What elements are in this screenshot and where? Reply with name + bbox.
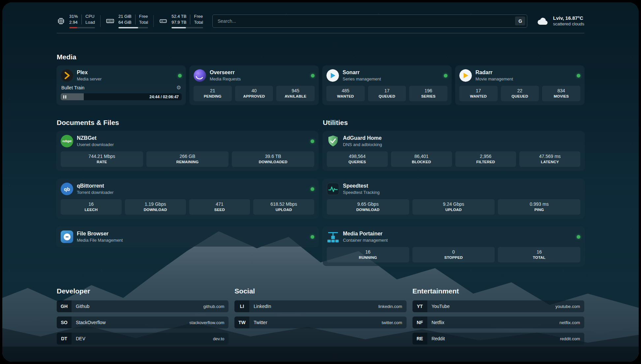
stat-approved: 40 APPROVED	[235, 86, 273, 101]
nzbget-card[interactable]: nzbget NZBGet Usenet downloader 744.21 M…	[57, 131, 318, 170]
weather-location: Lviv, 16.87°C	[553, 15, 584, 21]
pause-icon[interactable]	[63, 95, 66, 99]
documents-section-title: Documents & Files	[57, 119, 318, 127]
stat-label: WANTED	[460, 94, 497, 98]
stat-movies: 834 MOVIES	[542, 86, 580, 101]
search-bar: G	[212, 15, 527, 28]
portainer-card[interactable]: Media Portainer Container management 16 …	[323, 227, 584, 266]
ram-free-value: 21 GiB	[118, 14, 132, 19]
stat-total: 16 TOTAL	[498, 247, 580, 262]
portainer-icon	[327, 230, 339, 243]
cloud-icon	[536, 16, 549, 26]
cpu-label-2: Load	[85, 19, 95, 25]
bookmark-name: Twitter	[254, 320, 267, 325]
app-description: Container management	[343, 238, 388, 243]
bookmark-name: Github	[76, 304, 89, 309]
stat-value: 17	[369, 88, 406, 93]
disk-label-1: Free	[194, 14, 203, 19]
bookmark-dev[interactable]: DT DEV dev.to	[57, 333, 229, 345]
divider	[153, 15, 154, 27]
cpu-load-value: 2.94	[69, 19, 78, 25]
search-engine-button[interactable]: G	[515, 16, 525, 25]
bookmark-netflix[interactable]: NF Netflix netflix.com	[412, 317, 584, 328]
playback-time: 24:44 / 02:06:47	[149, 95, 179, 99]
bookmark-youtube[interactable]: YT YouTube youtube.com	[412, 300, 584, 312]
stat-value: 498,564	[327, 154, 387, 159]
social-section-title: Social	[234, 287, 406, 295]
section-developer: Developer GH Github github.com SO StackO…	[57, 287, 229, 345]
ram-label-2: Total	[139, 19, 148, 25]
weather-condition: scattered clouds	[553, 21, 584, 27]
app-name: Media Portainer	[343, 231, 388, 237]
bookmark-name: StackOverflow	[76, 320, 106, 325]
entertainment-section-title: Entertainment	[412, 287, 584, 295]
speedtest-card[interactable]: Speedtest Speedtest Tracking 9.65 Gbps D…	[323, 179, 584, 218]
stat-label: LATENCY	[520, 160, 580, 164]
divider	[100, 15, 101, 27]
weather-widget: Lviv, 16.87°C scattered clouds	[536, 15, 584, 27]
overseerr-card[interactable]: Overseerr Media Requests 21 PENDING 40 A…	[190, 66, 319, 105]
section-social: Social LI LinkedIn linkedin.com TW Twitt…	[234, 287, 406, 345]
stat-wanted: 485 WANTED	[326, 86, 365, 101]
utilities-section-title: Utilities	[323, 119, 584, 127]
stat-value: 1.19 Gbps	[126, 201, 185, 207]
bookmark-url: linkedin.com	[378, 304, 402, 309]
status-dot	[444, 74, 447, 77]
stat-label: APPROVED	[236, 94, 273, 98]
stat-label: MOVIES	[543, 94, 580, 98]
bookmark-twitter[interactable]: TW Twitter twitter.com	[234, 317, 406, 328]
stat-label: UPLOAD	[413, 208, 494, 212]
plex-icon	[61, 69, 73, 82]
bookmark-github[interactable]: GH Github github.com	[57, 300, 229, 312]
divider	[81, 15, 82, 24]
status-dot	[311, 187, 314, 191]
stat-label: BLOCKED	[392, 160, 451, 164]
stat-filtered: 2,956 FILTERED	[455, 151, 516, 167]
settings-gear-icon[interactable]: ⚙	[176, 85, 181, 90]
bookmark-url: twitter.com	[382, 320, 402, 325]
sonarr-card[interactable]: Sonarr Series management 485 WANTED 17 Q…	[322, 66, 451, 105]
bookmark-url: dev.to	[213, 336, 224, 341]
stat-value: 834	[543, 88, 580, 93]
stat-value: 39.6 TB	[232, 154, 314, 159]
stat-ping: 0.993 ms PING	[498, 199, 580, 215]
stat-value: 16	[61, 201, 121, 207]
stat-value: 266 GB	[147, 154, 228, 159]
adguard-card[interactable]: AdGuard Home DNS and adblocking 498,564 …	[323, 131, 584, 170]
qbittorrent-card[interactable]: qb qBittorrent Torrent downloader 16 LEE…	[57, 179, 318, 218]
stat-value: 86,401	[392, 154, 451, 159]
filebrowser-card[interactable]: File Browser Media File Management	[57, 227, 318, 247]
stat-upload: 9.24 Gbps UPLOAD	[412, 199, 495, 215]
bookmark-name: DEV	[76, 336, 85, 341]
stat-label: PENDING	[194, 94, 231, 98]
app-name: qBittorrent	[77, 183, 113, 189]
stat-value: 744.21 Mbps	[61, 154, 142, 159]
stat-label: SEED	[190, 208, 250, 212]
app-name: Radarr	[475, 70, 513, 76]
radarr-icon	[459, 69, 472, 82]
hard-drive-icon	[159, 17, 168, 25]
cpu-widget: 31% 2.94 CPU Load	[57, 14, 95, 28]
stat-value: 0.993 ms	[499, 201, 580, 207]
plex-card[interactable]: Plex Media server Bullet Train ⚙ 24:44 /…	[57, 66, 186, 105]
app-description: Speedtest Tracking	[343, 190, 380, 195]
stat-value: 2,956	[456, 154, 516, 159]
bookmark-stackoverflow[interactable]: SO StackOverflow stackoverflow.com	[57, 317, 229, 328]
developer-section-title: Developer	[57, 287, 229, 295]
bookmark-reddit[interactable]: RE Reddit reddit.com	[412, 333, 584, 345]
status-dot	[178, 74, 182, 77]
bookmark-linkedin[interactable]: LI LinkedIn linkedin.com	[234, 300, 406, 312]
disk-label-2: Total	[194, 19, 203, 25]
stat-value: 9.24 Gbps	[413, 201, 494, 207]
disk-usage-bar	[171, 27, 203, 28]
stat-downloaded: 39.6 TB DOWNLOADED	[232, 151, 314, 167]
bookmark-abbr: RE	[412, 333, 427, 345]
stat-value: 0	[413, 249, 494, 255]
stat-value: 618.52 Mbps	[254, 201, 314, 207]
stat-label: AVAILABLE	[277, 94, 314, 98]
app-name: Speedtest	[343, 183, 380, 189]
bookmark-name: Netflix	[432, 320, 444, 325]
radarr-card[interactable]: Radarr Movie management 17 WANTED 22 QUE…	[455, 66, 584, 105]
media-section-title: Media	[57, 53, 584, 61]
search-input[interactable]	[217, 18, 515, 24]
